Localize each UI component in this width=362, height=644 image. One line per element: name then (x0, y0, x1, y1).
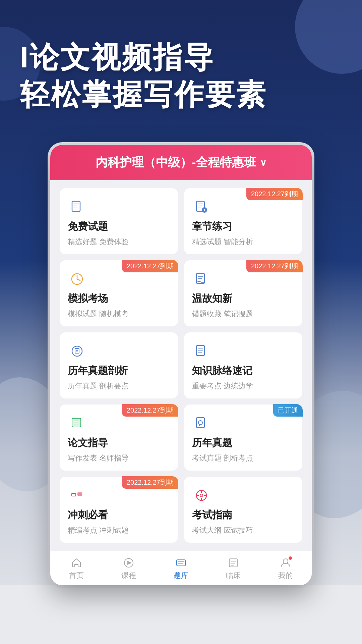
card-badge-mock-exam: 2022.12.27到期 (122, 260, 178, 272)
card-icon-history-analysis (68, 342, 86, 361)
card-desc-past-exams: 考试真题 剖析考点 (192, 453, 294, 463)
svg-rect-29 (196, 418, 204, 428)
nav-item-clinical[interactable]: 临床 (207, 551, 259, 585)
card-icon-chapter-practice (192, 198, 211, 216)
card-history-analysis[interactable]: 历年真题剖析 历年真题 剖析要点 (60, 332, 178, 398)
card-name-chapter-practice: 章节练习 (192, 220, 294, 233)
card-sprint[interactable]: 2022.12.27到期 冲刺必看 精编考点 冲刺试题 (60, 477, 178, 543)
card-name-sprint: 冲刺必看 (68, 508, 170, 522)
card-name-review: 温故知新 (192, 292, 294, 306)
card-desc-essay-guide: 写作发表 名师指导 (68, 453, 170, 463)
svg-marker-42 (127, 561, 132, 565)
svg-point-50 (283, 559, 288, 564)
svg-line-13 (77, 279, 80, 280)
svg-point-17 (72, 346, 82, 356)
card-desc-exam-guide: 考试大纲 应试技巧 (192, 525, 294, 535)
card-name-knowledge-map: 知识脉络速记 (192, 364, 294, 378)
tablet-mockup: 内科护理（中级）-全程特惠班 ∨ 免费试题 精选好题 免费体验 2022.12.… (50, 145, 312, 585)
svg-point-36 (200, 494, 203, 497)
card-badge-chapter-practice: 2022.12.27到期 (246, 188, 303, 200)
course-name-text: 内科护理（中级）-全程特惠班 (96, 154, 256, 171)
nav-item-home[interactable]: 首页 (50, 551, 103, 585)
card-name-essay-guide: 论文指导 (68, 436, 170, 450)
svg-line-31 (199, 425, 200, 426)
card-badge-sprint: 2022.12.27到期 (122, 476, 178, 489)
nav-item-mine[interactable]: 我的 (259, 551, 312, 585)
card-name-history-analysis: 历年真题剖析 (68, 364, 170, 378)
svg-rect-33 (72, 494, 75, 496)
card-desc-free-questions: 精选好题 免费体验 (68, 237, 170, 247)
bottom-navigation: 首页 课程 题库 临床 我的 (50, 551, 312, 585)
card-icon-review (192, 270, 211, 288)
card-badge-review: 2022.12.27到期 (246, 260, 303, 272)
card-mock-exam[interactable]: 2022.12.27到期 模拟考场 模拟试题 随机模考 (60, 260, 178, 326)
card-icon-past-exams (192, 414, 211, 433)
card-name-free-questions: 免费试题 (68, 220, 170, 233)
card-essay-guide[interactable]: 2022.12.27到期 论文指导 写作发表 名师指导 (60, 405, 178, 471)
svg-rect-34 (77, 492, 82, 496)
nav-label-mine: 我的 (278, 571, 293, 581)
hero-title-line1: I论文视频指导 (20, 40, 342, 74)
hero-title-line2: 轻松掌握写作要素 (20, 77, 342, 111)
card-icon-exam-guide (192, 486, 211, 505)
card-badge-past-exams: 已开通 (273, 404, 303, 417)
svg-rect-18 (75, 348, 79, 353)
card-desc-review: 错题收藏 笔记搜题 (192, 309, 294, 319)
card-desc-history-analysis: 历年真题 剖析要点 (68, 381, 170, 391)
card-badge-essay-guide: 2022.12.27到期 (122, 404, 178, 417)
nav-icon-questions (175, 557, 187, 569)
card-review[interactable]: 2022.12.27到期 温故知新 错题收藏 笔记搜题 (184, 260, 302, 326)
svg-point-30 (198, 421, 202, 425)
card-name-past-exams: 历年真题 (192, 436, 294, 450)
nav-icon-home (71, 557, 82, 569)
card-desc-sprint: 精编考点 冲刺试题 (68, 525, 170, 535)
card-name-mock-exam: 模拟考场 (68, 292, 170, 306)
card-free-questions[interactable]: 免费试题 精选好题 免费体验 (60, 188, 178, 254)
nav-item-course[interactable]: 课程 (103, 551, 155, 585)
nav-icon-mine (280, 557, 291, 569)
cards-grid: 免费试题 精选好题 免费体验 2022.12.27到期 章节练习 精选试题 智能… (50, 180, 312, 551)
card-name-exam-guide: 考试指南 (192, 508, 294, 522)
course-title-bar[interactable]: 内科护理（中级）-全程特惠班 ∨ (96, 154, 267, 171)
hero-section: I论文视频指导 轻松掌握写作要素 (0, 0, 362, 131)
nav-icon-course (123, 557, 134, 569)
card-icon-sprint (68, 486, 86, 505)
card-icon-free-questions (68, 198, 86, 216)
app-header[interactable]: 内科护理（中级）-全程特惠班 ∨ (50, 145, 312, 180)
card-icon-knowledge-map (192, 342, 211, 361)
card-exam-guide[interactable]: 考试指南 考试大纲 应试技巧 (184, 477, 302, 543)
nav-label-course: 课程 (121, 571, 136, 581)
bottom-section (0, 585, 362, 644)
card-desc-chapter-practice: 精选试题 智能分析 (192, 237, 294, 247)
svg-rect-43 (177, 560, 185, 566)
card-past-exams[interactable]: 已开通 历年真题 考试真题 剖析考点 (184, 405, 302, 471)
card-icon-essay-guide (68, 414, 86, 433)
nav-label-questions: 题库 (174, 571, 188, 581)
nav-label-clinical: 临床 (226, 571, 241, 581)
course-dropdown-chevron: ∨ (260, 157, 267, 168)
nav-item-questions[interactable]: 题库 (155, 551, 207, 585)
card-knowledge-map[interactable]: 知识脉络速记 重要考点 边练边学 (184, 332, 302, 398)
nav-icon-clinical (228, 557, 239, 569)
card-desc-knowledge-map: 重要考点 边练边学 (192, 381, 294, 391)
card-desc-mock-exam: 模拟试题 随机模考 (68, 309, 170, 319)
nav-label-home: 首页 (69, 571, 84, 581)
card-icon-mock-exam (68, 270, 86, 288)
card-chapter-practice[interactable]: 2022.12.27到期 章节练习 精选试题 智能分析 (184, 188, 302, 254)
